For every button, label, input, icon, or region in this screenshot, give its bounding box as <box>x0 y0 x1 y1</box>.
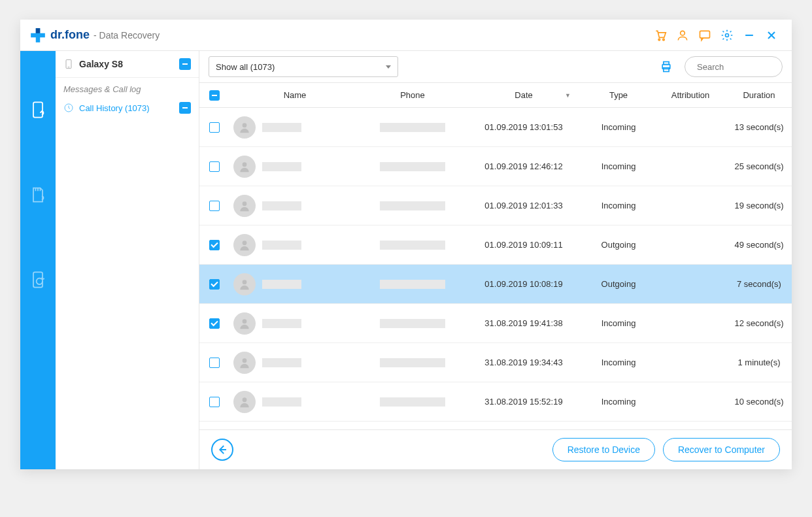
recover-button[interactable]: Recover to Computer <box>663 438 780 461</box>
phone-redacted <box>380 162 445 171</box>
table-row[interactable]: 01.09.2019 10:08:19Outgoing7 second(s) <box>199 265 792 304</box>
table-row[interactable]: 31.08.2019 19:41:38Incoming12 second(s) <box>199 304 792 343</box>
section-label: Messages & Call log <box>56 78 199 98</box>
cell-type: Incoming <box>583 122 654 132</box>
row-checkbox[interactable] <box>209 358 220 368</box>
avatar-icon <box>233 312 256 335</box>
brand-name: dr.fone <box>50 28 90 42</box>
history-icon <box>63 103 74 113</box>
table-header: Name Phone Date▼ Type Attribution Durati… <box>199 83 792 108</box>
row-checkbox[interactable] <box>209 279 220 290</box>
col-duration[interactable]: Duration <box>726 90 792 100</box>
logo: dr.fone <box>29 27 90 44</box>
avatar-icon <box>233 195 256 217</box>
filter-select[interactable]: Show all (1073) <box>209 56 398 77</box>
phone-redacted <box>380 280 445 289</box>
svg-rect-2 <box>36 28 41 33</box>
table-row[interactable]: 31.08.2019 15:52:19Incoming10 second(s) <box>199 382 792 422</box>
select-all-checkbox[interactable] <box>209 90 220 101</box>
table-row[interactable]: 01.09.2019 10:09:11Outgoing49 second(s) <box>199 225 792 265</box>
tree-call-history[interactable]: Call History (1073) <box>56 98 199 118</box>
cell-duration: 10 second(s) <box>726 397 792 407</box>
cell-type: Incoming <box>583 358 654 367</box>
cart-icon[interactable] <box>649 24 671 46</box>
svg-rect-11 <box>33 102 42 117</box>
device-collapse-button[interactable] <box>179 58 191 70</box>
svg-rect-17 <box>664 62 669 65</box>
table-row[interactable]: 01.09.2019 12:01:33Incoming19 second(s) <box>199 186 792 225</box>
svg-point-23 <box>243 201 247 206</box>
row-checkbox[interactable] <box>209 240 220 250</box>
print-button[interactable] <box>656 56 677 77</box>
avatar-icon <box>233 156 256 178</box>
table-row[interactable]: 31.08.2019 19:34:43Incoming1 minute(s) <box>199 343 792 382</box>
cell-date: 01.09.2019 10:08:19 <box>465 279 583 289</box>
device-row[interactable]: Galaxy S8 <box>56 51 199 78</box>
back-button[interactable] <box>211 439 233 461</box>
rail-sd-card-icon[interactable] <box>25 182 51 208</box>
cell-date: 01.09.2019 13:01:53 <box>465 122 583 132</box>
titlebar: dr.fone - Data Recovery <box>20 20 792 51</box>
search-box[interactable] <box>685 56 783 77</box>
col-name[interactable]: Name <box>229 90 360 100</box>
search-input[interactable] <box>697 62 807 72</box>
main-panel: Show all (1073) Name Phone Date▼ Type At… <box>199 51 792 469</box>
contact-name-redacted <box>262 319 301 328</box>
svg-point-22 <box>243 162 247 167</box>
row-checkbox[interactable] <box>209 161 220 172</box>
row-checkbox[interactable] <box>209 122 220 133</box>
cell-date: 01.09.2019 12:01:33 <box>465 201 583 210</box>
settings-icon[interactable] <box>716 24 738 46</box>
contact-name-redacted <box>262 123 301 132</box>
cell-type: Incoming <box>583 161 654 171</box>
rail-restore-phone-icon[interactable] <box>25 267 51 293</box>
cell-date: 01.09.2019 10:09:11 <box>465 240 583 250</box>
contact-name-redacted <box>262 397 301 407</box>
close-button[interactable] <box>760 24 783 46</box>
sort-desc-icon: ▼ <box>565 92 571 99</box>
phone-redacted <box>380 123 445 132</box>
svg-point-26 <box>243 319 247 324</box>
avatar-icon <box>233 116 256 139</box>
cell-type: Incoming <box>583 318 654 328</box>
avatar-icon <box>233 273 256 295</box>
cell-date: 31.08.2019 19:41:38 <box>465 318 583 328</box>
col-type[interactable]: Type <box>583 90 654 100</box>
cell-duration: 49 second(s) <box>726 240 792 250</box>
col-date[interactable]: Date▼ <box>465 90 583 100</box>
svg-point-3 <box>658 39 660 40</box>
table-row[interactable]: 01.09.2019 12:46:12Incoming25 second(s) <box>199 147 792 186</box>
svg-rect-1 <box>31 33 45 37</box>
avatar-icon <box>233 391 256 413</box>
phone-redacted <box>380 358 445 367</box>
nav-rail <box>20 51 56 469</box>
col-phone[interactable]: Phone <box>360 90 465 100</box>
cell-duration: 19 second(s) <box>726 201 792 210</box>
phone-redacted <box>380 397 445 407</box>
rail-recover-phone-icon[interactable] <box>25 97 51 123</box>
user-icon[interactable] <box>671 24 694 46</box>
minimize-button[interactable] <box>738 24 760 46</box>
cell-type: Incoming <box>583 397 654 407</box>
logo-icon <box>29 27 46 44</box>
table-row[interactable]: 01.09.2019 13:01:53Incoming13 second(s) <box>199 108 792 147</box>
feedback-icon[interactable] <box>694 24 716 46</box>
phone-icon <box>63 58 74 71</box>
row-checkbox[interactable] <box>209 397 220 407</box>
cell-duration: 1 minute(s) <box>726 358 792 367</box>
row-checkbox[interactable] <box>209 318 220 329</box>
row-checkbox[interactable] <box>209 201 220 211</box>
svg-point-24 <box>243 241 247 245</box>
svg-rect-12 <box>33 272 42 287</box>
svg-point-27 <box>243 358 247 363</box>
contact-name-redacted <box>262 241 301 250</box>
col-attribution[interactable]: Attribution <box>654 90 726 100</box>
tree-collapse-button[interactable] <box>179 102 191 114</box>
avatar-icon <box>233 234 256 256</box>
contact-name-redacted <box>262 162 301 171</box>
cell-duration: 25 second(s) <box>726 161 792 171</box>
cell-date: 01.09.2019 12:46:12 <box>465 161 583 171</box>
avatar-icon <box>233 352 256 374</box>
toolbar: Show all (1073) <box>199 51 792 83</box>
restore-button[interactable]: Restore to Device <box>552 438 655 461</box>
